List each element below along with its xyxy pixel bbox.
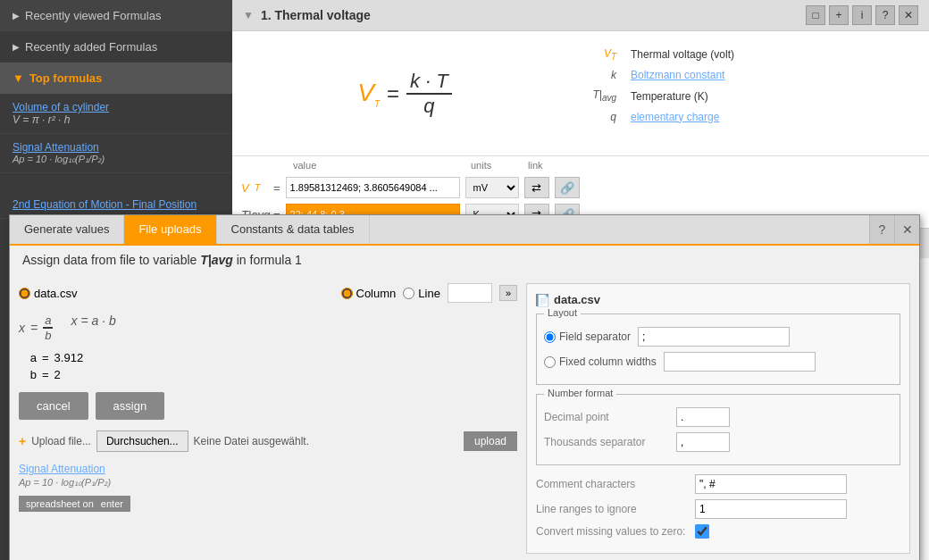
- var-name-k: k: [590, 69, 616, 81]
- modal-close-icon[interactable]: ✕: [894, 215, 919, 244]
- window-icon[interactable]: □: [806, 5, 825, 25]
- col-header-value: value: [293, 160, 467, 171]
- browse-button[interactable]: Durchsuchen...: [96, 430, 188, 452]
- sidebar-section-top-formulas[interactable]: ▼ Top formulas: [0, 63, 232, 94]
- line-number-input[interactable]: [448, 283, 492, 303]
- upload-row: + Upload file... Durchsuchen... Keine Da…: [19, 430, 517, 452]
- modal-formula-ref: in formula 1: [237, 253, 302, 267]
- units-select-vt[interactable]: mV: [465, 177, 519, 198]
- sidebar-item-label: Recently added Formulas: [25, 40, 157, 54]
- field-sep-radio-label[interactable]: Field separator: [544, 330, 631, 343]
- formula-preview-area: x = a b x = a · b: [19, 313, 517, 342]
- formula-title: 1. Thermal voltage: [261, 8, 371, 22]
- var-desc-tavg: Temperature (K): [631, 90, 708, 103]
- comment-chars-input[interactable]: [695, 474, 847, 494]
- bg-row-a: a = 3.912: [19, 349, 517, 366]
- equals-sign: =: [387, 81, 399, 106]
- denominator: q: [420, 95, 438, 118]
- var-link-q[interactable]: elementary charge: [631, 111, 719, 123]
- action-buttons: cancel assign: [19, 392, 517, 420]
- small-frac: a b: [43, 313, 53, 342]
- fixed-col-radio[interactable]: [544, 356, 556, 368]
- upload-button[interactable]: upload: [464, 431, 517, 451]
- signal-link[interactable]: Signal Attenuation: [19, 463, 517, 475]
- enter-label: enter: [101, 498, 123, 509]
- layout-legend: Layout: [544, 307, 581, 318]
- file-name-label: data.csv: [34, 287, 77, 300]
- close-icon[interactable]: ✕: [899, 5, 918, 25]
- line-ranges-input[interactable]: [695, 499, 847, 519]
- sidebar-formula-cylinder: Volume of a cylinder V = π · r² · h: [0, 94, 232, 134]
- formula-header: ▼ 1. Thermal voltage □ + i ? ✕: [232, 0, 929, 31]
- signal-math: Ap = 10 · log₁₀(P₁/P₂): [19, 477, 517, 489]
- cancel-button[interactable]: cancel: [19, 392, 88, 420]
- panel-title: 📄 data.csv: [536, 293, 900, 306]
- thousands-sep-label: Thousands separator: [544, 436, 669, 448]
- tab-generate-values[interactable]: Generate values: [10, 215, 124, 244]
- fixed-col-radio-label[interactable]: Fixed column widths: [544, 355, 657, 368]
- decimal-point-input[interactable]: [676, 407, 730, 427]
- layout-section: Layout Field separator Fixed column widt…: [536, 313, 900, 385]
- info-icon[interactable]: i: [852, 5, 872, 25]
- tab-constants-data[interactable]: Constants & data tables: [217, 215, 370, 244]
- help-icon[interactable]: ?: [875, 5, 895, 25]
- var-desc-vt: Thermal voltage (volt): [631, 48, 734, 61]
- modal-help-icon[interactable]: ?: [869, 215, 894, 244]
- fixed-col-row: Fixed column widths: [544, 352, 892, 372]
- field-sep-input[interactable]: [638, 327, 790, 347]
- formula-link-motion[interactable]: 2nd Equation of Motion - Final Position: [13, 198, 220, 211]
- modal-title: Assign data from file to variable T|avg …: [10, 246, 919, 274]
- val-b: 2: [54, 368, 61, 381]
- column-radio[interactable]: [341, 288, 353, 299]
- sidebar-item-recently-viewed[interactable]: ▶ Recently viewed Formulas: [0, 0, 232, 31]
- plus-icon: +: [19, 434, 26, 448]
- column-radio-label[interactable]: Column: [341, 287, 397, 300]
- value-row-vt: VT = mV ⇄ 🔗: [241, 174, 920, 201]
- thousands-sep-row: Thousands separator: [544, 432, 892, 452]
- sidebar-formula-thermal: Signal Attenuation Ap = 10 · log₁₀(P₁/P₂…: [0, 134, 232, 173]
- decimal-point-row: Decimal point: [544, 407, 892, 427]
- convert-missing-checkbox[interactable]: [695, 524, 709, 539]
- bg-values: a = 3.912 b = 2: [19, 349, 517, 383]
- field-sep-radio[interactable]: [544, 331, 556, 343]
- file-radio-label[interactable]: data.csv: [19, 287, 77, 300]
- field-separator-row: Field separator: [544, 327, 892, 347]
- sidebar-item-recently-added[interactable]: ▶ Recently added Formulas: [0, 31, 232, 63]
- convert-missing-row: Convert missing values to zero:: [536, 524, 900, 539]
- var-name-tavg: T|avg: [590, 88, 616, 103]
- expand-button[interactable]: »: [499, 285, 517, 301]
- fixed-col-input[interactable]: [664, 352, 816, 372]
- collapse-icon[interactable]: ▼: [243, 9, 254, 21]
- vt-symbol: VT: [357, 79, 380, 109]
- col-header-units: units: [471, 160, 524, 171]
- swap-btn-vt[interactable]: ⇄: [524, 177, 549, 198]
- var-row-vt: VT Thermal voltage (volt): [590, 44, 916, 65]
- link-btn-vt[interactable]: 🔗: [555, 177, 580, 198]
- header-icons: □ + i ? ✕: [806, 5, 918, 25]
- row-name-vt: VT: [241, 179, 268, 197]
- tab-file-uploads[interactable]: File uploads: [124, 215, 216, 244]
- line-radio-label[interactable]: Line: [403, 287, 440, 300]
- chevron-right-icon: ▶: [13, 11, 20, 21]
- panel-title-text: data.csv: [554, 293, 600, 306]
- value-input-vt[interactable]: [286, 177, 460, 198]
- modal: Generate values File uploads Constants &…: [9, 214, 920, 560]
- assign-button[interactable]: assign: [96, 392, 165, 420]
- formula-link-thermal[interactable]: Signal Attenuation: [13, 141, 220, 154]
- formula-small-right: x = a · b: [71, 313, 115, 328]
- thousands-sep-input[interactable]: [676, 432, 730, 452]
- var-name-vt: VT: [590, 47, 616, 62]
- line-radio[interactable]: [403, 288, 414, 299]
- var-link-k[interactable]: Boltzmann constant: [631, 69, 724, 81]
- comment-chars-label: Comment characters: [536, 478, 688, 490]
- line-ranges-label: Line ranges to ignore: [536, 503, 688, 515]
- numfmt-legend: Number format: [544, 388, 616, 398]
- formula-display: VT = k · T q VT Thermal voltage (volt) k…: [232, 31, 929, 156]
- bg-row-b: b = 2: [19, 366, 517, 383]
- file-radio-input[interactable]: [19, 288, 30, 299]
- convert-missing-label: Convert missing values to zero:: [536, 525, 688, 538]
- file-icon: 📄: [536, 294, 548, 306]
- var-row-k: k Boltzmann constant: [590, 65, 916, 85]
- add-icon[interactable]: +: [829, 5, 849, 25]
- formula-link-cylinder[interactable]: Volume of a cylinder: [13, 101, 109, 113]
